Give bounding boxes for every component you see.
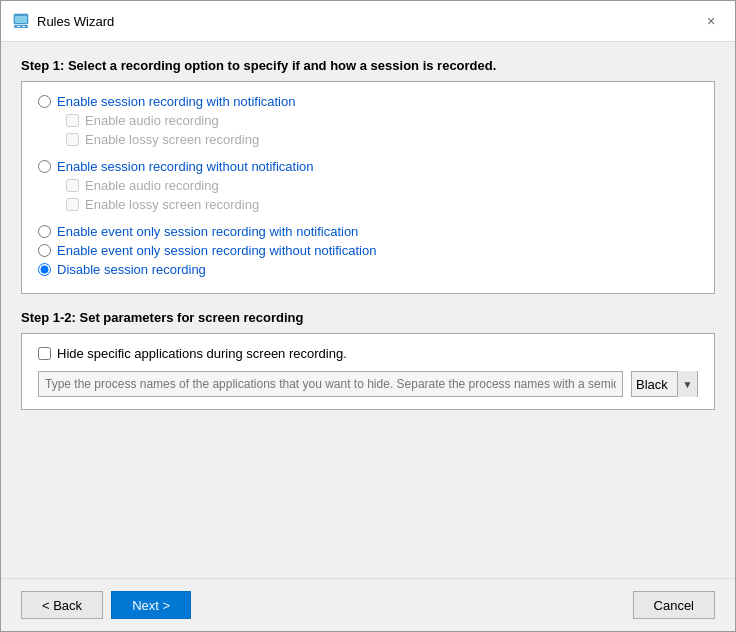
sub-option-1a: Enable audio recording [66, 113, 698, 128]
checkbox-label-lossy-1: Enable lossy screen recording [85, 132, 259, 147]
checkbox-label-lossy-2: Enable lossy screen recording [85, 197, 259, 212]
process-input-row: Black White Red Green Blue ▼ [38, 371, 698, 397]
title-bar: Rules Wizard × [1, 1, 735, 42]
radio-label-5[interactable]: Disable session recording [57, 262, 206, 277]
color-select[interactable]: Black White Red Green Blue [632, 375, 677, 394]
checkbox-audio-1[interactable] [66, 114, 79, 127]
color-select-wrapper: Black White Red Green Blue ▼ [631, 371, 698, 397]
next-button[interactable]: Next > [111, 591, 191, 619]
footer: < Back Next > Cancel [1, 578, 735, 631]
checkbox-lossy-2[interactable] [66, 198, 79, 211]
sub-option-2b: Enable lossy screen recording [66, 197, 698, 212]
svg-rect-3 [17, 26, 20, 27]
step12-box: Hide specific applications during screen… [21, 333, 715, 410]
step12-section: Step 1-2: Set parameters for screen reco… [21, 310, 715, 410]
radio-input-5[interactable] [38, 263, 51, 276]
checkbox-lossy-1[interactable] [66, 133, 79, 146]
color-dropdown-arrow-icon[interactable]: ▼ [677, 371, 697, 397]
hide-apps-label[interactable]: Hide specific applications during screen… [57, 346, 347, 361]
step12-title: Step 1-2: Set parameters for screen reco… [21, 310, 715, 325]
step1-section: Step 1: Select a recording option to spe… [21, 58, 715, 294]
step1-title: Step 1: Select a recording option to spe… [21, 58, 715, 73]
radio-label-4[interactable]: Enable event only session recording with… [57, 243, 376, 258]
sub-option-1b: Enable lossy screen recording [66, 132, 698, 147]
close-button[interactable]: × [699, 9, 723, 33]
svg-rect-1 [15, 16, 27, 23]
radio-label-3[interactable]: Enable event only session recording with… [57, 224, 358, 239]
hide-apps-row: Hide specific applications during screen… [38, 346, 698, 361]
radio-label-1[interactable]: Enable session recording with notificati… [57, 94, 295, 109]
radio-option-3[interactable]: Enable event only session recording with… [38, 224, 698, 239]
radio-option-1[interactable]: Enable session recording with notificati… [38, 94, 698, 109]
cancel-button[interactable]: Cancel [633, 591, 715, 619]
rules-wizard-window: Rules Wizard × Step 1: Select a recordin… [0, 0, 736, 632]
radio-label-2[interactable]: Enable session recording without notific… [57, 159, 314, 174]
back-button[interactable]: < Back [21, 591, 103, 619]
title-bar-left: Rules Wizard [13, 13, 114, 29]
svg-rect-2 [14, 25, 28, 28]
hide-apps-checkbox[interactable] [38, 347, 51, 360]
sub-option-2a: Enable audio recording [66, 178, 698, 193]
radio-input-1[interactable] [38, 95, 51, 108]
process-names-input[interactable] [38, 371, 623, 397]
radio-input-3[interactable] [38, 225, 51, 238]
window-icon [13, 13, 29, 29]
svg-rect-4 [22, 26, 25, 27]
radio-input-4[interactable] [38, 244, 51, 257]
checkbox-label-audio-2: Enable audio recording [85, 178, 219, 193]
radio-option-4[interactable]: Enable event only session recording with… [38, 243, 698, 258]
checkbox-label-audio-1: Enable audio recording [85, 113, 219, 128]
main-content: Step 1: Select a recording option to spe… [1, 42, 735, 578]
radio-option-5[interactable]: Disable session recording [38, 262, 698, 277]
step1-box: Enable session recording with notificati… [21, 81, 715, 294]
radio-input-2[interactable] [38, 160, 51, 173]
radio-option-2[interactable]: Enable session recording without notific… [38, 159, 698, 174]
checkbox-audio-2[interactable] [66, 179, 79, 192]
window-title: Rules Wizard [37, 14, 114, 29]
